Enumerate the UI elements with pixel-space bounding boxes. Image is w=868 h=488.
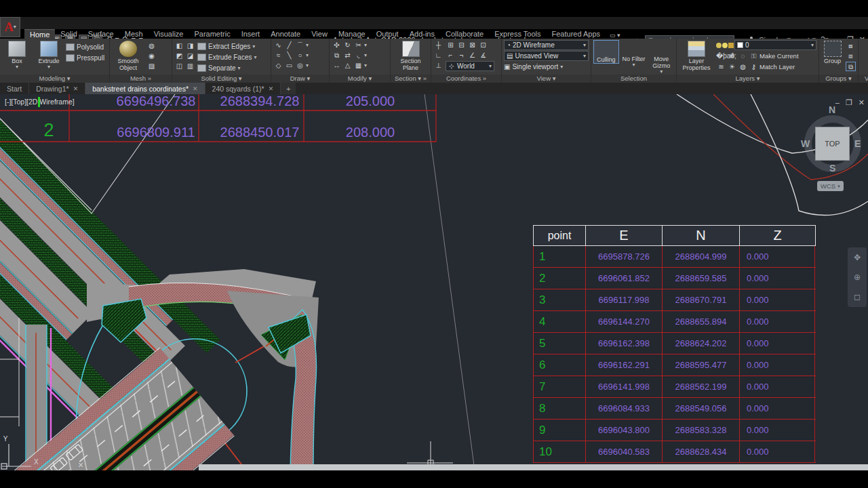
ucs-previous-icon[interactable]: ∟ bbox=[433, 51, 443, 60]
polysolid-button[interactable]: Polysolid bbox=[66, 42, 104, 52]
ellipse-icon[interactable]: ◎ bbox=[295, 61, 305, 70]
layer-freeze-icon[interactable]: ❄ bbox=[727, 52, 737, 61]
drawing-area[interactable]: × 6696496.738 2688394.728 205.000 2 bbox=[0, 94, 868, 470]
file-tab-drawing1-[interactable]: Drawing1*✕ bbox=[29, 83, 85, 94]
mesh-smooth-more-icon[interactable]: ▨ bbox=[146, 62, 157, 71]
array-icon[interactable]: ▦ bbox=[353, 61, 363, 70]
pan-icon[interactable]: ✥ bbox=[854, 253, 861, 262]
viewcube-north[interactable]: N bbox=[829, 104, 835, 115]
drawing-restore-button[interactable]: ❐ bbox=[846, 98, 852, 107]
extrude-faces-button[interactable]: Extrude Faces▾ bbox=[197, 52, 257, 62]
layer-isolate-icon[interactable]: �það; bbox=[716, 52, 726, 61]
ribbon-tab-manage[interactable]: Manage bbox=[333, 29, 371, 39]
polyline-icon[interactable]: ∿ bbox=[273, 41, 283, 50]
ucs-view-icon[interactable]: ⊠ bbox=[467, 41, 477, 50]
ucs-origin-icon[interactable]: ⊥ bbox=[433, 61, 443, 70]
ribbon-tab-collaborate[interactable]: Collaborate bbox=[440, 29, 489, 39]
match-layer-button[interactable]: Match Layer bbox=[760, 62, 795, 72]
panel-label-layers[interactable]: Layers ▾ bbox=[677, 75, 818, 83]
ribbon-tab-visualize[interactable]: Visualize bbox=[149, 29, 189, 39]
ucs-world-icon[interactable]: ⊞ bbox=[446, 41, 456, 50]
ribbon-tab-solid[interactable]: Solid bbox=[55, 29, 82, 39]
viewcube-east[interactable]: E bbox=[854, 138, 861, 149]
stretch-icon[interactable]: ↔ bbox=[332, 61, 342, 70]
section-plane-button[interactable]: Section Plane bbox=[394, 40, 428, 71]
ucs-object-icon[interactable]: ⊡ bbox=[478, 41, 488, 50]
arc-icon[interactable]: ⌒ bbox=[295, 41, 305, 50]
ucs-combo[interactable]: ⊹World▾ bbox=[446, 61, 494, 71]
file-tab-bankstreet-drains-coordinates-[interactable]: bankstreet drains coordinates*✕ bbox=[85, 83, 205, 94]
fillet-edge-icon[interactable]: ◫ bbox=[174, 62, 184, 71]
line-icon[interactable]: ╱ bbox=[284, 41, 294, 50]
layer-off-icon[interactable]: ◌ bbox=[738, 52, 748, 61]
named-view-combo[interactable]: ▤Unsaved View▾ bbox=[504, 51, 589, 61]
drawing-minimize-button[interactable]: – bbox=[835, 98, 840, 107]
mesh-crease-icon[interactable]: ◉ bbox=[146, 52, 157, 61]
panel-label-selection[interactable]: Selection bbox=[591, 75, 676, 83]
intersect-icon[interactable]: ◩ bbox=[174, 52, 184, 61]
culling-button[interactable]: Culling bbox=[593, 40, 619, 64]
panel-label-groups[interactable]: Groups ▾ bbox=[819, 75, 858, 83]
layer-unisolate-icon[interactable]: ≋ bbox=[716, 62, 726, 72]
panel-label-mesh[interactable]: Mesh » bbox=[110, 75, 172, 83]
polygon-icon[interactable]: ◇ bbox=[273, 61, 283, 70]
viewport-config-button[interactable]: ▣Single viewport▾ bbox=[504, 62, 589, 72]
fillet-icon[interactable]: ◟ bbox=[353, 51, 363, 60]
viewcube-west[interactable]: W bbox=[801, 138, 810, 149]
close-tab-icon[interactable]: ✕ bbox=[73, 85, 79, 92]
circle-icon[interactable]: ○ bbox=[295, 51, 305, 60]
extrude-button[interactable]: Extrude▾ bbox=[34, 40, 64, 70]
file-tab-start[interactable]: Start bbox=[0, 83, 29, 94]
ribbon-tab-parametric[interactable]: Parametric bbox=[189, 29, 235, 39]
layer-combo[interactable]: 0▾ bbox=[734, 40, 816, 50]
visual-style-combo[interactable]: ◔2D Wireframe▾ bbox=[504, 40, 589, 50]
layer-lock-icon[interactable]: ⚿ bbox=[749, 52, 759, 61]
file-tab-240-sqyards-1-[interactable]: 240 sqyards (1)*✕ bbox=[205, 83, 281, 94]
layer-thaw-all-icon[interactable]: ☀ bbox=[727, 62, 737, 72]
drawing-close-button[interactable]: ✕ bbox=[859, 98, 865, 107]
ucs-icon[interactable]: ┼ bbox=[433, 41, 443, 50]
mesh-refine-icon[interactable]: ◍ bbox=[146, 41, 157, 51]
close-tab-icon[interactable]: ✕ bbox=[269, 85, 274, 92]
ucs-zaxis-icon[interactable]: ∡ bbox=[478, 51, 488, 60]
slice-icon[interactable]: ◪ bbox=[185, 52, 195, 61]
panel-label-modify[interactable]: Modify ▾ bbox=[330, 75, 390, 83]
layer-unlock-all-icon[interactable]: ⚷ bbox=[749, 62, 759, 72]
ribbon-tab-view[interactable]: View bbox=[306, 29, 333, 39]
box-button[interactable]: Box▾ bbox=[2, 40, 32, 70]
panel-label-coordinates[interactable]: Coordinates » bbox=[431, 75, 501, 83]
panel-label-draw[interactable]: Draw ▾ bbox=[271, 75, 329, 83]
layer-properties-button[interactable]: Layer Properties bbox=[679, 40, 714, 71]
new-tab-button[interactable]: + bbox=[281, 83, 296, 94]
make-current-button[interactable]: Make Current bbox=[760, 51, 799, 61]
union-icon[interactable]: ◧ bbox=[174, 41, 184, 51]
copy-icon[interactable]: ⧉ bbox=[332, 51, 342, 60]
ucs-x-icon[interactable]: ⌐ bbox=[446, 51, 456, 60]
ucs-y-icon[interactable]: ¬ bbox=[456, 51, 467, 60]
ribbon-tab-overflow-icon[interactable]: ▭ ▾ bbox=[606, 32, 625, 39]
close-tab-icon[interactable]: ✕ bbox=[193, 85, 198, 92]
panel-label-modeling[interactable]: Modeling ▾ bbox=[0, 75, 109, 83]
smooth-object-button[interactable]: Smooth Object bbox=[112, 40, 144, 71]
base-button[interactable]: Base▾ bbox=[863, 40, 868, 70]
scale-icon[interactable]: △ bbox=[342, 61, 353, 70]
ribbon-tab-annotate[interactable]: Annotate bbox=[265, 29, 306, 39]
layer-thaw-icon[interactable] bbox=[722, 43, 728, 48]
layer-unlock-icon[interactable] bbox=[728, 43, 734, 48]
panel-label-view2[interactable]: View ▾ » bbox=[859, 75, 868, 83]
move-icon[interactable]: ✣ bbox=[332, 41, 342, 50]
ribbon-tab-add-ins[interactable]: Add-ins bbox=[404, 29, 440, 39]
panel-label-view[interactable]: View ▾ bbox=[502, 75, 591, 83]
separate-button[interactable]: Separate▾ bbox=[197, 63, 257, 73]
horizontal-scrollbar[interactable] bbox=[199, 464, 868, 470]
move-gizmo-button[interactable]: Move Gizmo▾ bbox=[648, 40, 674, 75]
group-edit-icon[interactable]: ⧈ bbox=[846, 52, 856, 61]
ribbon-tab-insert[interactable]: Insert bbox=[236, 29, 266, 39]
ribbon-tab-mesh[interactable]: Mesh bbox=[119, 29, 149, 39]
viewcube-south[interactable]: S bbox=[829, 163, 835, 174]
group-select-icon[interactable]: ⧉ bbox=[846, 62, 856, 71]
zoom-icon[interactable]: ⊕ bbox=[854, 272, 861, 282]
viewcube-top-face[interactable]: TOP bbox=[815, 127, 850, 161]
ribbon-tab-surface[interactable]: Surface bbox=[83, 29, 119, 39]
ribbon-tab-output[interactable]: Output bbox=[371, 29, 404, 39]
